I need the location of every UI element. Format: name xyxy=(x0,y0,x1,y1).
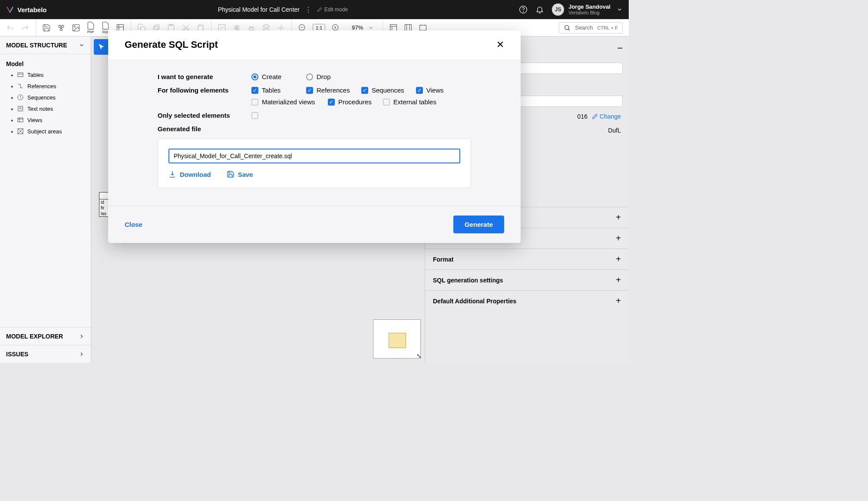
label-generated-file: Generated file xyxy=(158,125,471,133)
check-references[interactable]: ✓References xyxy=(306,86,350,94)
checkbox-icon: ✓ xyxy=(251,87,258,94)
modal-title: Generate SQL Script xyxy=(125,39,218,50)
check-matviews[interactable]: Materialized views xyxy=(251,98,317,106)
close-icon[interactable]: ✕ xyxy=(496,39,504,50)
generate-button[interactable]: Generate xyxy=(453,216,504,233)
check-exttables[interactable]: External tables xyxy=(383,98,439,106)
checkbox-icon: ✓ xyxy=(361,87,368,94)
modal-overlay: Generate SQL Script ✕ I want to generate… xyxy=(0,0,629,363)
checkbox-icon: ✓ xyxy=(306,87,313,94)
download-icon xyxy=(168,170,176,178)
label-selected: Only selected elements xyxy=(158,112,251,119)
checkbox-icon: ✓ xyxy=(328,99,335,106)
radio-drop[interactable]: Drop xyxy=(306,73,350,80)
save-icon xyxy=(227,170,234,178)
checkbox-icon xyxy=(383,99,390,106)
file-panel: Download Save xyxy=(158,139,471,188)
checkbox-icon: ✓ xyxy=(416,87,423,94)
check-tables[interactable]: ✓Tables xyxy=(251,86,295,94)
check-views[interactable]: ✓Views xyxy=(416,86,446,94)
generate-sql-modal: Generate SQL Script ✕ I want to generate… xyxy=(108,30,521,243)
radio-create[interactable]: Create xyxy=(251,73,295,80)
check-sequences[interactable]: ✓Sequences xyxy=(361,86,405,94)
check-only-selected[interactable] xyxy=(251,112,258,119)
check-procedures[interactable]: ✓Procedures xyxy=(328,98,372,106)
download-action[interactable]: Download xyxy=(168,170,211,178)
label-generate: I want to generate xyxy=(158,73,251,80)
save-action[interactable]: Save xyxy=(227,170,253,178)
checkbox-icon xyxy=(251,99,258,106)
filename-input[interactable] xyxy=(168,149,460,163)
label-elements: For following elements xyxy=(158,86,251,94)
close-button[interactable]: Close xyxy=(125,221,142,228)
radio-icon xyxy=(251,73,258,80)
radio-icon xyxy=(306,73,313,80)
